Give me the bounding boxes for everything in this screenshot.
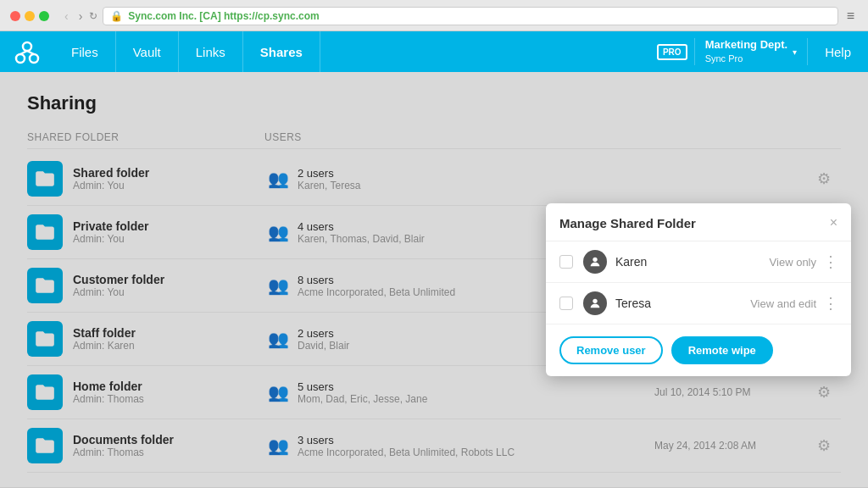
nav-user-sub: Sync Pro: [705, 53, 788, 64]
user-options-karen[interactable]: ⋮: [823, 252, 837, 271]
svg-line-4: [27, 51, 34, 54]
pro-badge: PRO: [657, 44, 687, 60]
remove-user-button[interactable]: Remove user: [559, 336, 663, 364]
svg-point-2: [30, 54, 38, 63]
app-navbar: Files Vault Links Shares PRO Marketing D…: [0, 31, 868, 72]
minimize-dot[interactable]: [25, 11, 35, 21]
modal-user-row: Teresa View and edit ⋮: [546, 283, 851, 324]
nav-user-name: Marketing Dept.: [705, 38, 788, 53]
user-avatar-karen: [583, 250, 607, 274]
address-bar[interactable]: 🔒 Sync.com Inc. [CA] https://cp.sync.com: [103, 7, 837, 25]
remote-wipe-button[interactable]: Remote wipe: [671, 336, 773, 364]
user-checkbox-teresa[interactable]: [559, 297, 573, 310]
browser-titlebar: ‹ › ↻ 🔒 Sync.com Inc. [CA] https://cp.sy…: [0, 0, 868, 30]
user-name-karen: Karen: [615, 255, 770, 269]
nav-help[interactable]: Help: [808, 45, 868, 59]
main-content: Sharing Shared Folder Users Shared folde…: [0, 72, 868, 487]
modal-header: Manage Shared Folder ×: [546, 203, 851, 241]
browser-menu-button[interactable]: ≡: [843, 8, 858, 24]
close-dot[interactable]: [10, 11, 20, 21]
nav-files[interactable]: Files: [54, 31, 116, 72]
nav-links[interactable]: Links: [179, 31, 243, 72]
user-permission-karen: View only: [770, 256, 816, 269]
reload-button[interactable]: ↻: [89, 8, 97, 25]
svg-point-1: [16, 54, 25, 63]
modal-title: Manage Shared Folder: [559, 216, 696, 230]
browser-nav: ‹ › ↻: [61, 8, 97, 25]
svg-point-12: [593, 299, 597, 303]
lock-icon: 🔒: [110, 10, 123, 22]
manage-shared-folder-modal: Manage Shared Folder × Karen View only ⋮…: [546, 203, 851, 376]
user-permission-teresa: View and edit: [750, 297, 816, 310]
svg-point-0: [23, 42, 31, 51]
nav-vault[interactable]: Vault: [116, 31, 179, 72]
svg-point-11: [593, 258, 597, 262]
user-avatar-teresa: [583, 291, 607, 315]
fullscreen-dot[interactable]: [39, 11, 49, 21]
user-options-teresa[interactable]: ⋮: [823, 294, 837, 313]
person-icon: [588, 255, 602, 269]
nav-items: Files Vault Links Shares: [54, 31, 320, 72]
back-button[interactable]: ‹: [61, 8, 72, 25]
modal-user-row: Karen View only ⋮: [546, 241, 851, 283]
svg-line-3: [20, 51, 27, 54]
browser-dots: [10, 11, 49, 21]
forward-button[interactable]: ›: [75, 8, 86, 25]
url-text: Sync.com Inc. [CA] https://cp.sync.com: [128, 10, 319, 22]
chevron-down-icon: ▾: [793, 47, 797, 57]
nav-right: PRO Marketing Dept. Sync Pro ▾ Help: [657, 31, 868, 72]
user-checkbox-karen[interactable]: [559, 255, 573, 269]
app-logo: [0, 31, 54, 72]
sync-logo-icon: [14, 38, 41, 65]
nav-shares[interactable]: Shares: [243, 31, 320, 72]
browser-chrome: ‹ › ↻ 🔒 Sync.com Inc. [CA] https://cp.sy…: [0, 0, 868, 31]
modal-close-button[interactable]: ×: [830, 215, 837, 230]
person-icon: [588, 297, 602, 310]
modal-footer: Remove user Remote wipe: [546, 324, 851, 376]
user-name-teresa: Teresa: [615, 297, 750, 310]
nav-user-menu[interactable]: Marketing Dept. Sync Pro ▾: [694, 38, 809, 64]
